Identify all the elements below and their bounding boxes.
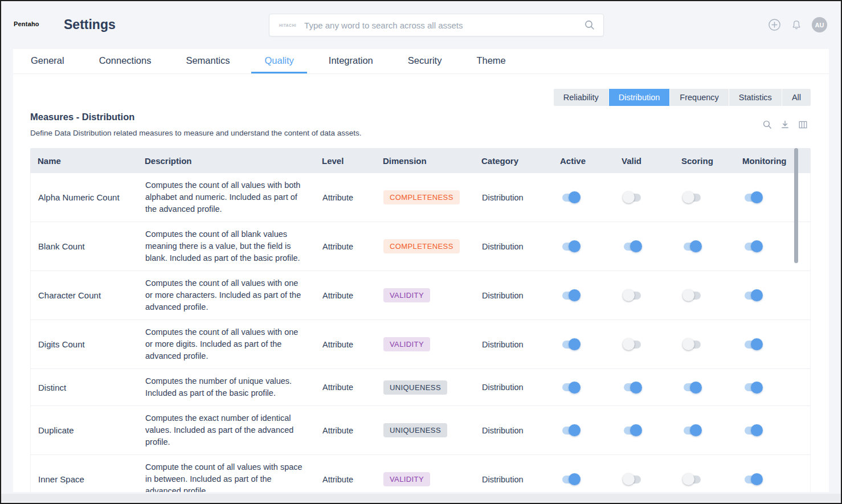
bell-icon[interactable] bbox=[791, 19, 802, 31]
toggle-knob bbox=[682, 191, 694, 203]
dimension-badge: COMPLETENESS bbox=[383, 190, 460, 204]
monitoring-toggle[interactable] bbox=[745, 341, 762, 349]
monitoring-toggle[interactable] bbox=[745, 292, 762, 300]
active-toggle[interactable] bbox=[562, 243, 579, 251]
measure-row-duplicate: Duplicate Computes the exact number of i… bbox=[30, 406, 811, 455]
active-toggle[interactable] bbox=[562, 194, 579, 202]
vertical-scrollbar-thumb[interactable] bbox=[794, 148, 798, 263]
search-icon[interactable] bbox=[762, 120, 772, 130]
scoring-toggle[interactable] bbox=[684, 292, 701, 300]
tab-quality[interactable]: Quality bbox=[251, 49, 306, 73]
filter-all[interactable]: All bbox=[782, 89, 811, 106]
tab-integration[interactable]: Integration bbox=[316, 49, 386, 73]
dimension-badge: UNIQUENESS bbox=[383, 423, 447, 437]
column-header-dimension: Dimension bbox=[383, 156, 481, 166]
measure-category: Distribution bbox=[482, 426, 559, 435]
column-header-active: Active bbox=[558, 156, 620, 166]
measure-dimension: VALIDITY bbox=[383, 472, 482, 486]
hitachi-logo: HITACHI bbox=[279, 23, 296, 27]
measure-description: Computes the number of unique values. In… bbox=[145, 375, 322, 399]
scoring-toggle[interactable] bbox=[684, 194, 701, 202]
monitoring-toggle[interactable] bbox=[745, 383, 762, 391]
filter-reliability[interactable]: Reliability bbox=[554, 89, 608, 106]
toggle-knob bbox=[751, 382, 763, 394]
measure-name: Duplicate bbox=[31, 425, 145, 435]
toggle-knob bbox=[630, 382, 642, 394]
scoring-toggle[interactable] bbox=[684, 341, 701, 349]
toggle-knob bbox=[751, 473, 763, 485]
valid-toggle[interactable] bbox=[624, 427, 641, 435]
scoring-toggle[interactable] bbox=[684, 243, 701, 251]
toggle-knob bbox=[569, 382, 581, 394]
measure-description: Computes the count of all values with on… bbox=[145, 326, 322, 362]
search-icon[interactable] bbox=[584, 19, 595, 31]
valid-toggle[interactable] bbox=[624, 194, 641, 202]
tab-semantics[interactable]: Semantics bbox=[173, 49, 243, 73]
toggle-knob bbox=[569, 191, 581, 203]
valid-toggle[interactable] bbox=[624, 243, 641, 251]
toggle-knob bbox=[682, 338, 694, 350]
toggle-knob bbox=[569, 424, 581, 436]
tab-theme[interactable]: Theme bbox=[463, 49, 518, 73]
columns-icon[interactable] bbox=[798, 120, 808, 130]
valid-toggle[interactable] bbox=[624, 476, 641, 483]
filter-statistics[interactable]: Statistics bbox=[729, 89, 782, 106]
measure-dimension: VALIDITY bbox=[383, 288, 482, 302]
tab-general[interactable]: General bbox=[18, 49, 77, 73]
filter-frequency[interactable]: Frequency bbox=[670, 89, 729, 106]
column-header-valid: Valid bbox=[620, 156, 680, 166]
toggle-knob bbox=[690, 382, 702, 394]
page-header: Pentaho Settings HITACHI AU bbox=[1, 1, 841, 49]
measure-description: Computes the count of all values with bo… bbox=[145, 179, 322, 215]
toggle-knob bbox=[751, 338, 763, 350]
active-toggle[interactable] bbox=[562, 341, 579, 349]
measure-dimension: UNIQUENESS bbox=[383, 423, 482, 437]
active-toggle[interactable] bbox=[562, 383, 579, 391]
dimension-badge: VALIDITY bbox=[383, 472, 430, 486]
monitoring-toggle[interactable] bbox=[745, 194, 762, 202]
monitoring-toggle[interactable] bbox=[745, 243, 762, 251]
user-avatar[interactable]: AU bbox=[812, 17, 827, 32]
scoring-toggle[interactable] bbox=[684, 427, 701, 435]
active-toggle[interactable] bbox=[562, 476, 579, 483]
measure-level: Attribute bbox=[322, 383, 383, 392]
search-input[interactable] bbox=[304, 21, 584, 30]
toggle-knob bbox=[751, 240, 763, 252]
horizontal-scrollbar-track[interactable] bbox=[1, 494, 841, 502]
monitoring-toggle[interactable] bbox=[745, 427, 762, 435]
valid-toggle[interactable] bbox=[624, 383, 641, 391]
pentaho-logo: Pentaho bbox=[14, 21, 39, 27]
download-icon[interactable] bbox=[780, 120, 790, 130]
tab-connections[interactable]: Connections bbox=[86, 49, 165, 73]
active-toggle[interactable] bbox=[562, 427, 579, 435]
measure-row-digits-count: Digits Count Computes the count of all v… bbox=[30, 320, 811, 369]
toggle-knob bbox=[630, 424, 642, 436]
scoring-toggle[interactable] bbox=[684, 476, 701, 483]
valid-toggle[interactable] bbox=[624, 341, 641, 349]
measure-level: Attribute bbox=[322, 242, 383, 251]
filter-distribution[interactable]: Distribution bbox=[609, 89, 670, 106]
active-toggle[interactable] bbox=[562, 292, 579, 300]
column-header-name: Name bbox=[30, 156, 145, 166]
measure-dimension: COMPLETENESS bbox=[383, 239, 482, 253]
measure-level: Attribute bbox=[322, 291, 383, 300]
measure-description: Compute the count of all values with spa… bbox=[145, 461, 322, 492]
global-search: HITACHI bbox=[269, 14, 604, 36]
toggle-knob bbox=[623, 191, 635, 203]
dimension-badge: VALIDITY bbox=[383, 337, 430, 351]
tab-security[interactable]: Security bbox=[395, 49, 455, 73]
scoring-toggle[interactable] bbox=[684, 383, 701, 391]
measure-description: Computes the count of all blank values m… bbox=[145, 228, 322, 264]
toggle-knob bbox=[682, 473, 694, 485]
toggle-knob bbox=[569, 338, 581, 350]
measure-name: Digits Count bbox=[31, 339, 145, 349]
toggle-knob bbox=[690, 240, 702, 252]
monitoring-toggle[interactable] bbox=[745, 476, 762, 483]
table-body: Alpha Numeric Count Computes the count o… bbox=[30, 173, 811, 492]
measures-table: NameDescriptionLevelDimensionCategoryAct… bbox=[30, 148, 811, 492]
valid-toggle[interactable] bbox=[624, 292, 641, 300]
toggle-knob bbox=[623, 338, 635, 350]
plus-circle-icon[interactable] bbox=[768, 18, 781, 31]
measure-name: Alpha Numeric Count bbox=[31, 192, 145, 202]
header-actions: AU bbox=[768, 17, 827, 32]
